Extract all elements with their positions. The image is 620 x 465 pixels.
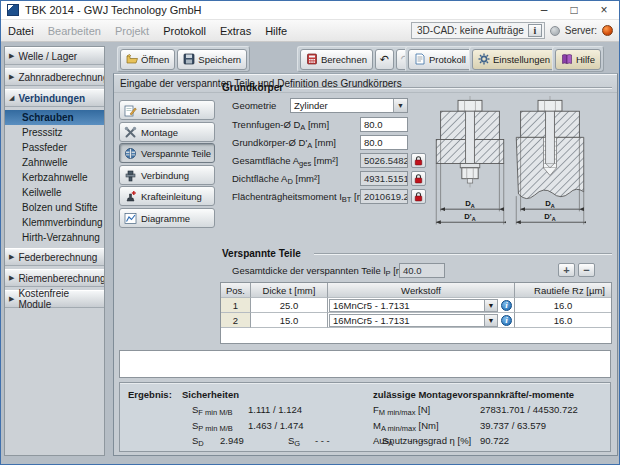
- fm-label: FM min/max [N]: [373, 404, 430, 417]
- diagrams-icon: [124, 212, 137, 225]
- row-pos: 1: [221, 298, 250, 312]
- gesamtflaeche-lock-button[interactable]: [411, 153, 426, 168]
- save-button-label: Speichern: [198, 54, 241, 65]
- menu-bearbeiten[interactable]: Bearbeiten: [41, 23, 108, 39]
- menu-extras[interactable]: Extras: [213, 23, 258, 39]
- chevron-down-icon[interactable]: ▼: [393, 99, 407, 112]
- group-separator-line: [289, 87, 612, 89]
- maximize-button[interactable]: □: [559, 1, 589, 19]
- sp-value: 1.463 / 1.474: [248, 420, 303, 431]
- chevron-down-icon[interactable]: ▼: [484, 315, 497, 326]
- results-panel: Ergebnis: Sicherheiten SF min M/B 1.111 …: [119, 382, 611, 452]
- sidebar-item-klemmverbindung[interactable]: Klemmverbindung: [5, 215, 104, 230]
- sidebar-header-zahnradberechnung[interactable]: ▶ Zahnradberechnung: [5, 68, 104, 86]
- dichtflaeche-label: Dichtfläche AD [mm²]: [232, 173, 320, 186]
- remove-row-button[interactable]: −: [578, 263, 595, 277]
- sidebar-header-riemenberechnung[interactable]: ▶ Riemenberechnung: [5, 269, 104, 287]
- table-row: 1 25.0 16MnCr5 - 1.7131 ▼ i 16.0: [221, 298, 611, 313]
- sidebar-header-kostenfreie-module[interactable]: ▶ Kostenfreie Module: [5, 290, 104, 308]
- server-status-led: [602, 25, 613, 36]
- module-button-verbindung[interactable]: Verbindung: [119, 165, 215, 185]
- page-title: Eingabe der verspannten Teile und Defini…: [114, 74, 617, 93]
- geometrie-select[interactable]: Zylinder ▼: [290, 98, 408, 113]
- connection-icon: [124, 169, 137, 182]
- toolbar-protocol-group: Protokoll: [405, 46, 475, 72]
- collapsed-arrow-icon: ▶: [9, 274, 14, 282]
- sidebar-header-welle-lager[interactable]: ▶ Welle / Lager: [5, 47, 104, 65]
- collapsed-arrow-icon: ▶: [9, 253, 14, 261]
- sidebar-item-presssitz[interactable]: Presssitz: [5, 125, 104, 140]
- sidebar-item-passfeder[interactable]: Passfeder: [5, 140, 104, 155]
- expanded-arrow-icon: ◢: [9, 94, 14, 102]
- ma-label: MA min/max [Nm]: [373, 420, 439, 433]
- help-button-label: Hilfe: [576, 54, 595, 65]
- sidebar-item-kerbzahnwelle[interactable]: Kerbzahnwelle: [5, 170, 104, 185]
- trennfugen-input[interactable]: 80.0: [360, 117, 408, 132]
- navigation-sidebar: ▶ Welle / Lager ▶ Zahnradberechnung ◢ Ve…: [4, 46, 105, 456]
- werkstoff-select[interactable]: 16MnCr5 - 1.7131 ▼: [329, 299, 498, 312]
- row-dicke-input[interactable]: 15.0: [251, 313, 328, 328]
- col-header-werkstoff: Werkstoff: [328, 283, 515, 298]
- settings-button[interactable]: Einstellungen: [472, 49, 556, 70]
- module-button-krafteinleitung[interactable]: Krafteinleitung: [119, 186, 215, 206]
- minimize-button[interactable]: –: [529, 1, 559, 19]
- grundkoerper-durchmesser-input[interactable]: 80.0: [360, 135, 408, 150]
- sidebar-item-zahnwelle[interactable]: Zahnwelle: [5, 155, 104, 170]
- sidebar-item-schrauben[interactable]: Schrauben: [5, 110, 104, 125]
- joint-diagram-tapped-thread: DA D'A: [514, 96, 586, 244]
- menu-protokoll[interactable]: Protokoll: [156, 23, 213, 39]
- sidebar-item-bolzen-und-stifte[interactable]: Bolzen und Stifte: [5, 200, 104, 215]
- toolbar-settings-group: Einstellungen: [469, 46, 559, 72]
- row-dicke-input[interactable]: 25.0: [251, 298, 328, 313]
- toolbar-file-group: Öffnen Speichern: [117, 46, 250, 72]
- werkstoff-value: 16MnCr5 - 1.7131: [330, 315, 484, 326]
- window-title: TBK 2014 - GWJ Technology GmbH: [25, 4, 201, 16]
- module-button-verspannte-teile[interactable]: Verspannte Teile: [119, 143, 215, 163]
- row-rautiefe-input[interactable]: 16.0: [515, 313, 611, 328]
- app-window: TBK 2014 - GWJ Technology GmbH – □ × Dat…: [0, 0, 620, 465]
- calculator-icon: [306, 53, 318, 65]
- sf-label: SF min M/B: [192, 404, 233, 417]
- sidebar-item-keilwelle[interactable]: Keilwelle: [5, 185, 104, 200]
- module-button-betriebsdaten[interactable]: Betriebsdaten: [119, 100, 215, 120]
- protocol-button[interactable]: Protokoll: [408, 49, 472, 70]
- cad-status-box: 3D-CAD: keine Aufträge i: [411, 22, 545, 39]
- verspannte-teile-group-title: Verspannte Teile: [222, 248, 301, 259]
- app-icon: [7, 4, 19, 16]
- dichtflaeche-value: 4931.5151: [360, 171, 408, 186]
- material-info-button[interactable]: i: [501, 300, 512, 311]
- sidebar-item-hirth-verzahnung[interactable]: Hirth-Verzahnung: [5, 230, 104, 245]
- sidebar-header-label: Verbindungen: [18, 93, 85, 104]
- results-label: Ergebnis:: [128, 389, 172, 400]
- dichtflaeche-lock-button[interactable]: [411, 171, 426, 186]
- sidebar-header-label: Zahnradberechnung: [18, 72, 105, 83]
- sg-value: - - -: [315, 435, 330, 446]
- lock-icon: [414, 192, 423, 202]
- sd-label: SD: [192, 435, 204, 448]
- cad-info-button[interactable]: i: [528, 24, 542, 37]
- grundkoerper-group-title: Grundkörper: [222, 82, 283, 93]
- row-rautiefe-input[interactable]: 16.0: [515, 298, 611, 313]
- close-button[interactable]: ×: [589, 1, 619, 19]
- flaechentraegheitsmoment-lock-button[interactable]: [411, 189, 426, 204]
- chevron-down-icon[interactable]: ▼: [484, 300, 497, 311]
- save-button[interactable]: Speichern: [177, 49, 247, 70]
- undo-button[interactable]: ↶: [375, 49, 394, 70]
- open-button[interactable]: Öffnen: [120, 49, 175, 70]
- menu-projekt[interactable]: Projekt: [108, 23, 156, 39]
- module-button-label: Verspannte Teile: [141, 148, 211, 159]
- sidebar-header-federberechnung[interactable]: ▶ Federberechnung: [5, 248, 104, 266]
- add-row-button[interactable]: +: [558, 263, 575, 277]
- help-button[interactable]: Hilfe: [555, 49, 601, 70]
- calculate-button[interactable]: Berechnen: [300, 49, 373, 70]
- werkstoff-select[interactable]: 16MnCr5 - 1.7131 ▼: [329, 314, 498, 327]
- protocol-document-icon: [414, 53, 426, 65]
- module-button-diagramme[interactable]: Diagramme: [119, 208, 215, 228]
- svg-text:D'A: D'A: [544, 212, 555, 222]
- menu-datei[interactable]: Datei: [1, 23, 41, 39]
- clamped-parts-icon: [124, 147, 137, 160]
- material-info-button[interactable]: i: [501, 315, 512, 326]
- sidebar-header-verbindungen[interactable]: ◢ Verbindungen: [5, 89, 104, 107]
- menu-hilfe[interactable]: Hilfe: [258, 23, 294, 39]
- module-button-montage[interactable]: Montage: [119, 122, 215, 142]
